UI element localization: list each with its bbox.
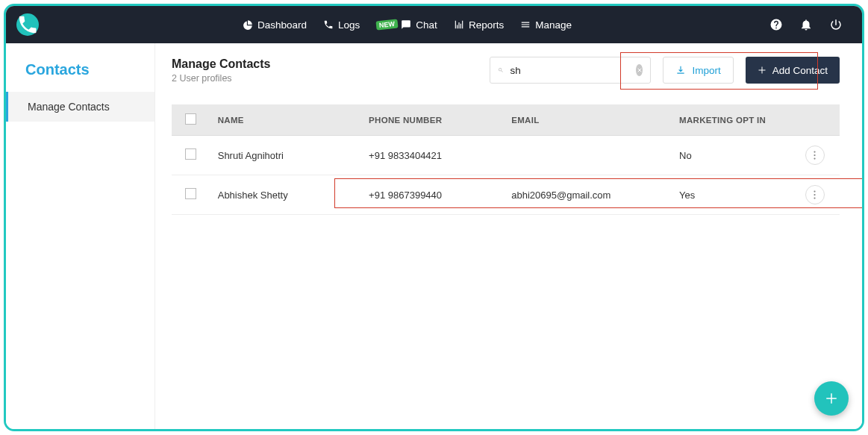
sidebar-title: Contacts bbox=[6, 54, 154, 92]
row-actions-button[interactable] bbox=[805, 145, 825, 165]
cell-optin: No bbox=[672, 136, 798, 175]
sidebar-item-label: Manage Contacts bbox=[28, 101, 110, 113]
sidebar: Contacts Manage Contacts bbox=[6, 43, 155, 429]
nav-manage-label: Manage bbox=[535, 19, 572, 31]
more-vertical-icon bbox=[814, 151, 816, 160]
nav-reports-label: Reports bbox=[469, 19, 504, 31]
svg-point-3 bbox=[814, 190, 816, 192]
contacts-table: NAME PHONE NUMBER EMAIL MARKETING OPT IN… bbox=[172, 104, 840, 215]
brand-logo[interactable] bbox=[10, 12, 45, 37]
row-checkbox[interactable] bbox=[185, 188, 196, 199]
add-contact-button[interactable]: Add Contact bbox=[746, 57, 840, 84]
svg-point-5 bbox=[814, 197, 816, 198]
help-icon[interactable] bbox=[769, 18, 783, 31]
main-panel: Manage Contacts 2 User profiles Import bbox=[155, 43, 862, 429]
page-subtitle: 2 User profiles bbox=[172, 73, 270, 84]
svg-point-1 bbox=[814, 154, 816, 156]
col-email: EMAIL bbox=[504, 104, 672, 136]
cell-name: Abhishek Shetty bbox=[210, 175, 361, 215]
clear-search-button[interactable] bbox=[636, 64, 643, 76]
nav-manage[interactable]: Manage bbox=[520, 19, 572, 31]
col-name: NAME bbox=[210, 104, 361, 136]
add-contact-label: Add Contact bbox=[772, 65, 828, 76]
col-optin: MARKETING OPT IN bbox=[672, 104, 798, 136]
cell-email: abhi20695@gmail.com bbox=[504, 175, 672, 215]
import-button-label: Import bbox=[692, 65, 720, 76]
pie-icon bbox=[243, 19, 253, 30]
row-checkbox[interactable] bbox=[185, 148, 196, 160]
col-phone: PHONE NUMBER bbox=[361, 104, 504, 136]
select-all-checkbox[interactable] bbox=[185, 113, 196, 125]
svg-point-2 bbox=[814, 157, 816, 159]
page-title: Manage Contacts bbox=[172, 57, 270, 71]
svg-point-0 bbox=[814, 151, 816, 152]
download-icon bbox=[675, 65, 686, 75]
import-button[interactable]: Import bbox=[663, 57, 733, 84]
nav-logs-label: Logs bbox=[338, 19, 360, 31]
nav-dashboard-label: Dashboard bbox=[257, 19, 307, 31]
search-box[interactable] bbox=[490, 57, 651, 84]
nav-logs[interactable]: Logs bbox=[323, 19, 360, 31]
phone-icon bbox=[16, 13, 39, 36]
chat-icon bbox=[401, 19, 411, 30]
barchart-icon bbox=[454, 19, 464, 30]
menu-icon bbox=[520, 19, 531, 30]
plus-icon bbox=[825, 392, 838, 405]
table-row[interactable]: Shruti Agnihotri +91 9833404421 No bbox=[172, 136, 840, 175]
cell-phone: +91 9833404421 bbox=[361, 136, 504, 175]
power-icon[interactable] bbox=[829, 18, 843, 31]
table-row[interactable]: Abhishek Shetty +91 9867399440 abhi20695… bbox=[172, 175, 840, 215]
cell-phone: +91 9867399440 bbox=[361, 175, 504, 215]
phone-small-icon bbox=[323, 19, 334, 30]
top-nav: Dashboard Logs NEW Chat Reports Manage bbox=[6, 6, 862, 43]
cell-optin: Yes bbox=[672, 175, 798, 215]
search-input[interactable] bbox=[510, 65, 636, 76]
fab-add-button[interactable] bbox=[814, 381, 849, 416]
svg-point-4 bbox=[814, 194, 816, 195]
nav-chat[interactable]: NEW Chat bbox=[376, 19, 437, 31]
plus-icon bbox=[758, 66, 766, 75]
nav-dashboard[interactable]: Dashboard bbox=[243, 19, 307, 31]
sidebar-item-manage-contacts[interactable]: Manage Contacts bbox=[6, 92, 154, 122]
cell-name: Shruti Agnihotri bbox=[210, 136, 361, 175]
nav-reports[interactable]: Reports bbox=[454, 19, 504, 31]
close-icon bbox=[637, 67, 643, 73]
nav-chat-label: Chat bbox=[416, 19, 437, 31]
cell-email bbox=[504, 136, 672, 175]
more-vertical-icon bbox=[814, 190, 816, 199]
row-actions-button[interactable] bbox=[805, 185, 825, 204]
new-badge: NEW bbox=[376, 19, 399, 31]
search-icon bbox=[498, 65, 504, 75]
bell-icon[interactable] bbox=[799, 18, 813, 31]
